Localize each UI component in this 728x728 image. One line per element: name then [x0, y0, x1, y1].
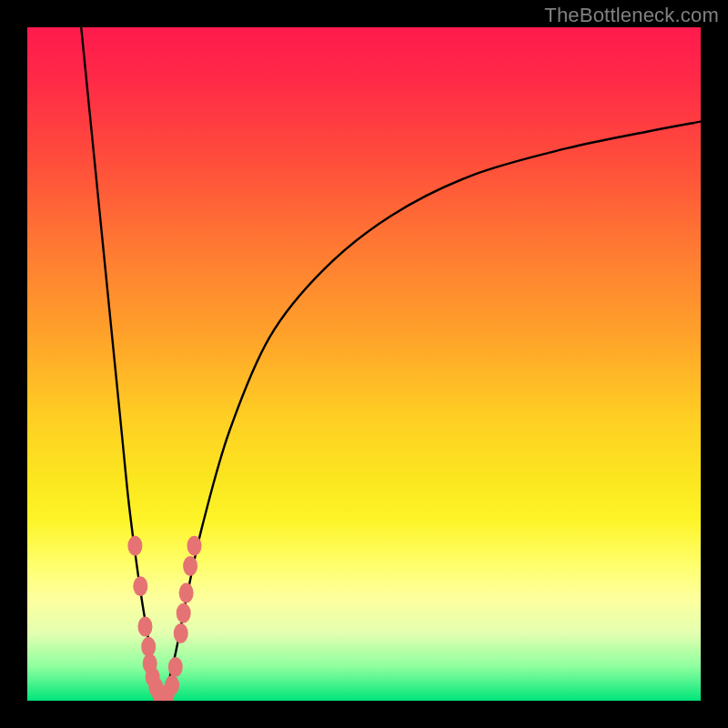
data-marker	[187, 536, 202, 556]
data-marker	[174, 623, 188, 643]
curve-layer	[27, 27, 701, 701]
data-marker	[183, 556, 197, 576]
bottleneck-curve-left-path	[81, 27, 162, 697]
bottleneck-curve-right-path	[162, 122, 701, 698]
data-marker	[133, 576, 147, 596]
data-marker	[138, 617, 153, 637]
data-marker	[127, 536, 142, 556]
data-marker	[168, 657, 183, 677]
data-marker	[177, 603, 191, 623]
chart-frame: TheBottleneck.com	[0, 0, 728, 728]
plot-area	[27, 27, 701, 701]
marker-group	[127, 536, 201, 701]
data-marker	[179, 583, 194, 603]
data-marker	[165, 675, 179, 695]
watermark-text: TheBottleneck.com	[544, 4, 719, 27]
